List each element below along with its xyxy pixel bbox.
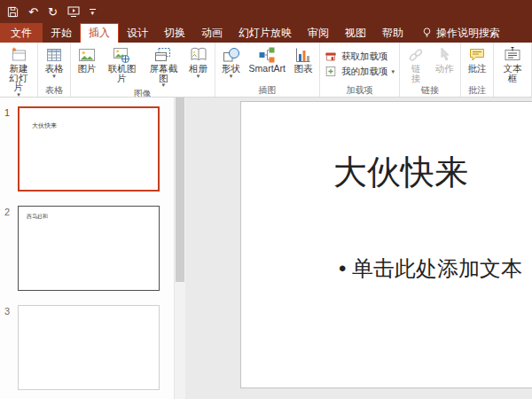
tab-view[interactable]: 视图 (337, 23, 374, 43)
table-button[interactable]: 表格 ▾ (41, 43, 67, 79)
comment-label: 批注 (467, 64, 486, 74)
slide-title-placeholder[interactable]: 大伙快来 (333, 150, 468, 195)
title-bar: ↶ ↻ ▾ (0, 0, 532, 23)
pictures-button[interactable]: 图片 (74, 43, 100, 74)
smartart-button[interactable]: SmartArt (246, 43, 288, 74)
current-slide[interactable]: 大伙快来 • 单击此处添加文本 (240, 101, 532, 388)
tab-transitions[interactable]: 切换 (156, 23, 193, 43)
screenshot-label: 屏幕截图 (146, 64, 181, 82)
group-label-addins: 加载项 (323, 84, 396, 97)
undo-button[interactable]: ↶ (28, 6, 38, 18)
ribbon-tab-bar: 文件 开始 插入 设计 切换 动画 幻灯片放映 审阅 视图 帮助 操作说明搜索 (0, 23, 532, 43)
tell-me-label: 操作说明搜索 (436, 26, 500, 41)
thumbnail-title-text: 西马赶和 (27, 213, 48, 221)
chart-icon (293, 45, 314, 64)
bullet-icon: • (339, 256, 346, 280)
photo-album-icon (188, 45, 209, 64)
addin-icon (325, 66, 338, 78)
chevron-down-icon: ▾ (391, 69, 395, 74)
store-icon (325, 51, 338, 63)
slide-thumbnail-2[interactable]: 西马赶和 (18, 206, 160, 291)
slide-body-placeholder[interactable]: • 单击此处添加文本 (339, 254, 522, 283)
thumbnail-scrollbar[interactable] (174, 98, 185, 399)
save-icon (7, 6, 19, 18)
group-label-images: 图像 (74, 88, 212, 98)
tab-help[interactable]: 帮助 (374, 23, 411, 43)
comment-icon (466, 45, 488, 64)
comment-button[interactable]: 批注 (464, 43, 490, 74)
slide-number: 3 (4, 305, 18, 390)
slide-number: 1 (4, 106, 18, 192)
group-label-tables: 表格 (41, 84, 67, 97)
tab-slide-show[interactable]: 幻灯片放映 (231, 23, 300, 43)
tab-review[interactable]: 审阅 (300, 23, 337, 43)
my-addins-button[interactable]: 我的加载项 ▾ (323, 66, 396, 78)
smartart-icon (256, 45, 278, 64)
group-label-comments: 批注 (464, 84, 490, 97)
slide-thumbnail-3[interactable] (18, 305, 160, 390)
slide-canvas: 大伙快来 • 单击此处添加文本 (185, 98, 532, 399)
thumbnail-block-1: 1 大伙快来 (0, 106, 174, 192)
save-button[interactable] (7, 6, 19, 18)
action-icon (434, 45, 455, 64)
new-slide-button[interactable]: 新建 幻灯片 ▾ (3, 43, 35, 98)
customize-quick-access-button[interactable]: ▾ (90, 9, 96, 15)
powerpoint-window: ↶ ↻ ▾ 文件 开始 插入 设计 切换 动画 幻灯片放映 审阅 视图 帮助 (0, 0, 532, 399)
chevron-down-icon: ▾ (197, 74, 200, 79)
tab-home[interactable]: 开始 (43, 23, 80, 43)
new-slide-label: 新建 幻灯片 (5, 64, 32, 92)
ribbon-group-images: 图片 联机图片 (71, 43, 215, 97)
screenshot-icon (153, 45, 174, 64)
lightbulb-icon (422, 27, 432, 39)
online-pictures-icon (111, 45, 132, 64)
screenshot-button[interactable]: 屏幕截图 ▾ (144, 43, 184, 88)
textbox-button[interactable]: 文本框 (497, 43, 528, 82)
group-label-illustrations: 插图 (218, 84, 317, 97)
photo-album-button[interactable]: 相册 ▾ (185, 43, 212, 79)
online-pictures-button[interactable]: 联机图片 (102, 43, 142, 82)
shapes-button[interactable]: 形状 ▾ (218, 43, 245, 79)
link-label: 链 接 (411, 64, 421, 82)
group-label-text (497, 84, 528, 97)
textbox-label: 文本框 (499, 64, 526, 82)
tell-me-search[interactable]: 操作说明搜索 (422, 23, 500, 43)
thumbnail-block-3: 3 (0, 305, 174, 390)
ribbon-insert: 新建 幻灯片 ▾ 幻灯片 表格 ▾ (0, 43, 532, 98)
table-label: 表格 (45, 64, 64, 74)
action-button[interactable]: 动作 (431, 43, 458, 74)
chevron-down-icon: ▾ (230, 74, 233, 79)
slide-thumbnail-1[interactable]: 大伙快来 (18, 106, 160, 192)
slide-number: 2 (4, 206, 18, 291)
ribbon-group-text: 文本框 (494, 43, 532, 97)
tab-file[interactable]: 文件 (0, 23, 43, 43)
chart-button[interactable]: 图表 (290, 43, 317, 74)
tab-insert[interactable]: 插入 (80, 23, 119, 43)
ribbon-group-illustrations: 形状 ▾ SmartArt (215, 43, 320, 97)
chart-label: 图表 (293, 64, 312, 74)
thumbnail-title-text: 大伙快来 (32, 121, 57, 130)
scrollbar-thumb[interactable] (176, 98, 184, 282)
photo-album-label: 相册 (189, 64, 207, 74)
smartart-label: SmartArt (249, 64, 286, 74)
redo-button[interactable]: ↻ (48, 6, 58, 18)
tab-animations[interactable]: 动画 (193, 23, 231, 43)
ribbon-group-tables: 表格 ▾ 表格 (38, 43, 71, 97)
pictures-icon (76, 45, 98, 64)
online-pictures-label: 联机图片 (105, 64, 139, 82)
pictures-label: 图片 (78, 64, 97, 74)
group-label-links: 链接 (403, 84, 458, 97)
ribbon-group-links: 链 接 动作 链接 (400, 43, 461, 97)
tab-design[interactable]: 设计 (119, 23, 156, 43)
get-addins-button[interactable]: 获取加载项 (323, 51, 390, 63)
get-addins-label: 获取加载项 (341, 51, 388, 63)
chevron-down-icon: ▾ (52, 74, 56, 79)
ribbon-group-slides: 新建 幻灯片 ▾ 幻灯片 (0, 43, 38, 97)
start-slideshow-button[interactable] (67, 6, 80, 18)
my-addins-label: 我的加载项 (341, 66, 388, 78)
shapes-icon (221, 45, 242, 64)
ribbon-group-comments: 批注 批注 (461, 43, 494, 97)
shapes-label: 形状 (222, 64, 240, 74)
chevron-down-icon: ▾ (91, 11, 95, 15)
link-button[interactable]: 链 接 (403, 43, 429, 82)
workspace: 1 大伙快来 2 西马赶和 3 (0, 98, 532, 399)
